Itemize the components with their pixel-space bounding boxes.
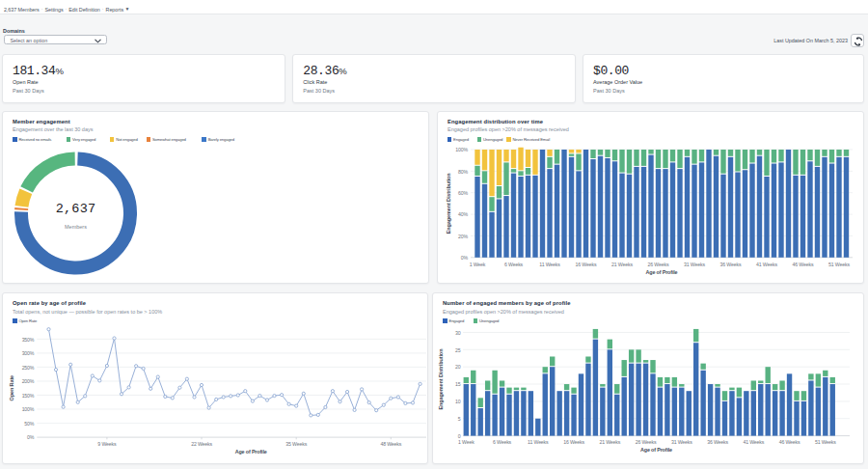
svg-text:0: 0 <box>458 433 461 439</box>
svg-text:6 Weeks: 6 Weeks <box>504 262 524 267</box>
svg-text:300%: 300% <box>22 350 35 356</box>
svg-text:21 Weeks: 21 Weeks <box>599 439 620 445</box>
svg-text:35 Weeks: 35 Weeks <box>285 441 307 447</box>
svg-text:20: 20 <box>455 365 461 371</box>
svg-text:80%: 80% <box>458 169 468 175</box>
svg-text:350%: 350% <box>22 337 35 343</box>
svg-text:10: 10 <box>455 399 461 404</box>
svg-text:Engagement Distribution: Engagement Distribution <box>438 348 444 410</box>
svg-text:15: 15 <box>455 382 461 388</box>
svg-text:1 Week: 1 Week <box>458 439 475 445</box>
svg-text:31 Weeks: 31 Weeks <box>671 439 692 445</box>
svg-text:11 Weeks: 11 Weeks <box>528 439 549 445</box>
svg-text:30: 30 <box>455 330 461 336</box>
svg-text:31 Weeks: 31 Weeks <box>684 262 705 267</box>
svg-text:Open Rate: Open Rate <box>9 375 14 401</box>
svg-text:250%: 250% <box>22 365 35 371</box>
svg-text:48 Weeks: 48 Weeks <box>380 441 401 447</box>
svg-text:36 Weeks: 36 Weeks <box>720 262 742 267</box>
svg-text:25: 25 <box>455 347 461 353</box>
svg-text:51 Weeks: 51 Weeks <box>815 439 836 445</box>
svg-text:200%: 200% <box>22 378 35 384</box>
svg-text:5: 5 <box>458 416 461 422</box>
svg-text:9 Weeks: 9 Weeks <box>97 441 117 447</box>
svg-text:26 Weeks: 26 Weeks <box>636 439 657 445</box>
svg-text:Age of Profile: Age of Profile <box>646 269 678 275</box>
svg-text:46 Weeks: 46 Weeks <box>793 262 814 267</box>
svg-text:46 Weeks: 46 Weeks <box>779 439 800 445</box>
svg-text:0%: 0% <box>461 255 469 261</box>
svg-text:150%: 150% <box>22 393 35 399</box>
svg-text:60%: 60% <box>458 190 468 196</box>
svg-text:51 Weeks: 51 Weeks <box>828 262 850 267</box>
svg-text:100%: 100% <box>455 147 468 152</box>
svg-text:22 Weeks: 22 Weeks <box>191 441 212 447</box>
svg-text:Age of Profile: Age of Profile <box>235 449 267 455</box>
svg-text:100%: 100% <box>22 407 35 413</box>
svg-text:26 Weeks: 26 Weeks <box>648 262 669 267</box>
svg-text:36 Weeks: 36 Weeks <box>707 439 728 445</box>
svg-text:Age of Profile: Age of Profile <box>640 447 672 453</box>
svg-text:20%: 20% <box>458 234 468 239</box>
svg-text:40%: 40% <box>458 211 468 217</box>
svg-text:0%: 0% <box>27 435 35 441</box>
svg-text:16 Weeks: 16 Weeks <box>563 439 584 445</box>
svg-text:50%: 50% <box>24 421 34 427</box>
svg-text:21 Weeks: 21 Weeks <box>611 262 633 267</box>
svg-text:16 Weeks: 16 Weeks <box>576 262 597 267</box>
svg-text:11 Weeks: 11 Weeks <box>539 262 560 267</box>
svg-text:Engagement Distribution: Engagement Distribution <box>446 173 451 234</box>
svg-text:41 Weeks: 41 Weeks <box>743 439 764 445</box>
svg-text:6 Weeks: 6 Weeks <box>493 439 512 445</box>
svg-text:1 Week: 1 Week <box>470 262 486 267</box>
svg-text:41 Weeks: 41 Weeks <box>756 262 777 267</box>
